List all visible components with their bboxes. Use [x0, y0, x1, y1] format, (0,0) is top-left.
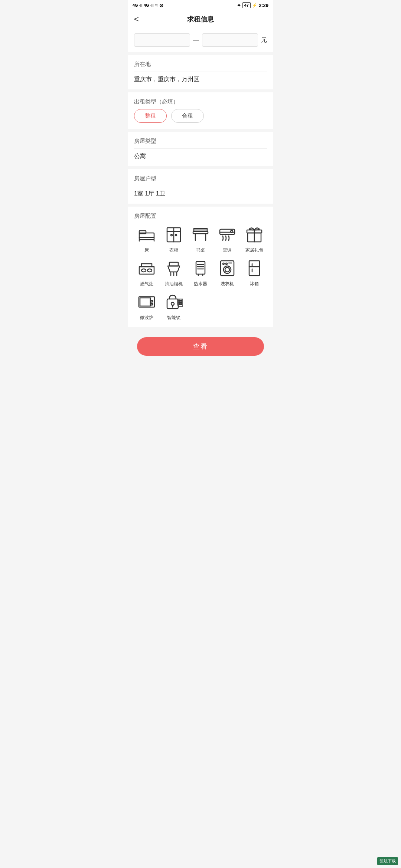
wifi-icon: ≈	[155, 3, 158, 8]
svg-rect-48	[140, 298, 150, 306]
price-unit: 元	[261, 36, 267, 44]
time-display: 2:29	[259, 3, 268, 8]
bluetooth-icon: ✦	[237, 3, 241, 8]
svg-rect-43	[249, 261, 260, 276]
facility-hood[interactable]: 抽油烟机	[161, 258, 186, 287]
type-buttons: 整租 合租	[134, 109, 267, 123]
status-right: ✦ 47 ⚡ 2:29	[237, 2, 268, 8]
house-type-value[interactable]: 公寓	[134, 152, 267, 160]
page-title: 求租信息	[187, 15, 214, 24]
washer-icon	[217, 258, 238, 279]
submit-button[interactable]: 查看	[137, 337, 264, 356]
battery-indicator: 47	[242, 2, 251, 8]
facility-heater[interactable]: 热水器	[188, 258, 213, 287]
facilities-label: 房屋配置	[134, 213, 267, 220]
svg-point-58	[180, 302, 182, 303]
facility-stove[interactable]: 燃气灶	[134, 258, 159, 287]
facility-desk[interactable]: 书桌	[188, 224, 213, 253]
desk-icon	[190, 224, 211, 245]
svg-point-56	[180, 300, 182, 301]
type-btn-whole[interactable]: 整租	[134, 109, 167, 123]
wardrobe-label: 衣柜	[169, 247, 178, 253]
facility-fridge[interactable]: 冰箱	[242, 258, 267, 287]
heater-label: 热水器	[194, 281, 207, 287]
svg-point-60	[180, 304, 182, 305]
desk-label: 书桌	[196, 247, 205, 253]
facility-gift[interactable]: 家居礼包	[242, 224, 267, 253]
facility-smartlock[interactable]: 智能锁	[161, 292, 186, 321]
location-value[interactable]: 重庆市，重庆市，万州区	[134, 76, 267, 83]
facility-washer[interactable]: 洗衣机	[215, 258, 240, 287]
svg-point-18	[231, 230, 233, 233]
divider2	[134, 148, 267, 149]
type-btn-shared[interactable]: 合租	[171, 109, 204, 123]
microwave-icon	[136, 292, 157, 312]
hood-icon	[163, 258, 184, 279]
gift-icon	[244, 224, 265, 245]
svg-rect-31	[196, 262, 205, 274]
svg-point-25	[147, 269, 152, 272]
svg-point-40	[223, 263, 224, 264]
house-layout-value[interactable]: 1室 1厅 1卫	[134, 190, 267, 198]
ac-label: 空调	[223, 247, 232, 253]
fridge-icon	[244, 258, 265, 279]
svg-point-49	[151, 300, 153, 302]
bottom-bar: 查看	[128, 330, 273, 368]
house-type-section: 房屋类型 公寓	[128, 132, 273, 166]
svg-point-57	[179, 302, 180, 303]
house-layout-label: 房屋户型	[134, 175, 267, 182]
location-section: 所在地 重庆市，重庆市，万州区	[128, 55, 273, 89]
status-bar: 4G ·ll 4G ·ll ≈ ⊙ ✦ 47 ⚡ 2:29	[128, 0, 273, 10]
clock-icon: ⊙	[159, 3, 163, 8]
svg-point-59	[179, 304, 180, 305]
facilities-grid: 床 衣柜	[134, 224, 267, 321]
status-left: 4G ·ll 4G ·ll ≈ ⊙	[133, 3, 163, 8]
svg-point-9	[171, 234, 172, 236]
facilities-section: 房屋配置 床	[128, 207, 273, 327]
microwave-label: 微波炉	[140, 315, 153, 321]
hood-label: 抽油烟机	[165, 281, 183, 287]
house-type-label: 房屋类型	[134, 138, 267, 145]
divider3	[134, 186, 267, 186]
svg-rect-29	[169, 262, 178, 266]
price-min-input[interactable]	[134, 33, 190, 47]
svg-point-50	[151, 303, 153, 305]
facility-bed[interactable]: 床	[134, 224, 159, 253]
gift-label: 家居礼包	[245, 247, 263, 253]
price-dash: —	[193, 37, 199, 43]
stove-label: 燃气灶	[140, 281, 153, 287]
wardrobe-icon	[163, 224, 184, 245]
divider	[134, 72, 267, 72]
signal-text: 4G ·ll 4G ·ll	[133, 3, 154, 7]
smartlock-label: 智能锁	[167, 315, 180, 321]
facility-microwave[interactable]: 微波炉	[134, 292, 159, 321]
main-content: — 元 所在地 重庆市，重庆市，万州区 出租类型（必填） 整租 合租 房屋类型 …	[128, 28, 273, 368]
heater-icon	[190, 258, 211, 279]
bed-label: 床	[144, 247, 149, 253]
fridge-label: 冰箱	[250, 281, 259, 287]
price-max-input[interactable]	[202, 33, 258, 47]
charging-icon: ⚡	[252, 3, 257, 8]
svg-rect-2	[139, 231, 146, 234]
rental-type-section: 出租类型（必填） 整租 合租	[128, 92, 273, 129]
bed-icon	[136, 224, 157, 245]
washer-label: 洗衣机	[221, 281, 234, 287]
house-layout-section: 房屋户型 1室 1厅 1卫	[128, 169, 273, 204]
svg-point-41	[226, 263, 227, 264]
facility-wardrobe[interactable]: 衣柜	[161, 224, 186, 253]
stove-icon	[136, 258, 157, 279]
svg-point-24	[141, 269, 146, 272]
location-label: 所在地	[134, 61, 267, 68]
header: < 求租信息	[128, 10, 273, 28]
smartlock-icon	[163, 292, 184, 312]
ac-icon	[217, 224, 238, 245]
rental-type-label: 出租类型（必填）	[134, 98, 267, 105]
back-button[interactable]: <	[134, 15, 139, 23]
svg-point-39	[225, 267, 229, 272]
svg-point-55	[179, 300, 180, 301]
svg-point-10	[175, 234, 177, 236]
price-row: — 元	[128, 28, 273, 52]
facility-ac[interactable]: 空调	[215, 224, 240, 253]
